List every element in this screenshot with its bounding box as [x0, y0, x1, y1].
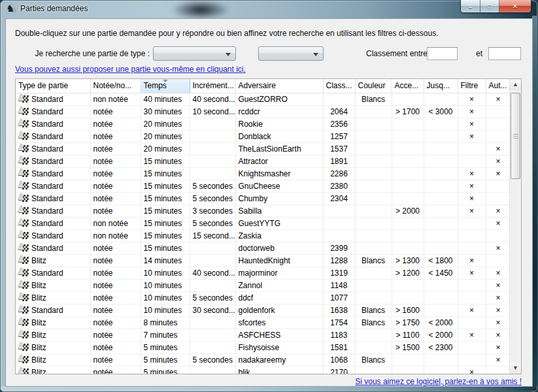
cell-1: notée — [90, 167, 141, 180]
cell-6 — [355, 130, 392, 142]
cell-3 — [190, 167, 235, 180]
column-header-6[interactable]: Couleur — [355, 79, 392, 93]
table-row[interactable]: ♟Standardnon notée15 minutes5 secondesGu… — [16, 217, 511, 229]
game-subtype-select[interactable] — [258, 46, 324, 61]
scrollbar-thumb[interactable] — [511, 93, 520, 179]
cell-10: × — [486, 242, 511, 254]
chess-pawn-board-icon: ♟ — [18, 280, 29, 290]
cell-3 — [190, 279, 235, 291]
cell-5: 1288 — [323, 254, 355, 267]
cell-5: 1537 — [323, 142, 355, 155]
column-header-0[interactable]: Type de partie — [16, 79, 90, 93]
table-row[interactable]: ♟Blitznotée14 minutesHauntedKnight1288Bl… — [16, 254, 511, 267]
cell-10: × — [486, 142, 511, 155]
table-row[interactable]: ♟Blitznotée5 minutesblik2170× — [16, 366, 511, 374]
cell-9 — [458, 242, 486, 254]
cell-6 — [355, 105, 392, 118]
cell-6 — [355, 341, 392, 353]
cell-8 — [424, 204, 458, 217]
cell-3: 3 secondes — [190, 204, 235, 217]
table-row[interactable]: ♟Standardnotée20 minutesDonblack1257× — [16, 130, 511, 142]
table-row[interactable]: ♟Blitznotée8 minutessfcortes1754Blancs> … — [16, 316, 511, 329]
cell-2: 10 minutes — [141, 304, 190, 316]
table-row[interactable]: ♟Blitznotée10 minutes5 secondesddcf1077× — [16, 291, 511, 304]
cell-1: notée — [90, 291, 141, 304]
column-header-2[interactable]: Temps — [141, 79, 190, 93]
table-row[interactable]: ♟Blitznotée5 minutes5 secondesnadakareem… — [16, 353, 511, 366]
cell-game-type: ♟Standard — [16, 267, 90, 279]
table-row[interactable]: ♟Standardnon notée40 minutes40 second...… — [16, 93, 511, 105]
cell-game-type: ♟Blitz — [16, 279, 90, 291]
column-header-10[interactable]: Aut... — [486, 79, 511, 93]
cell-8 — [424, 304, 458, 316]
column-header-5[interactable]: Class... — [323, 79, 355, 93]
cell-10: × — [486, 267, 511, 279]
table-row[interactable]: ♟Standardnotée15 minutesAttractor1891× — [16, 155, 511, 167]
maximize-button[interactable]: □ — [480, 0, 499, 12]
scroll-down-icon: ▼ — [513, 365, 518, 371]
vertical-scrollbar[interactable]: ▲ ▼ — [509, 79, 521, 374]
table-row[interactable]: ♟Blitznotée7 minutesASFCHESS1183> 1100< … — [16, 329, 511, 341]
table-row[interactable]: ♟Standardnotée15 minutesKnightsmasher228… — [16, 167, 511, 180]
table-row[interactable]: ♟Standardnotée10 minutes40 second...majo… — [16, 267, 511, 279]
cell-9: × — [458, 304, 486, 316]
scroll-up-button[interactable]: ▲ — [510, 79, 521, 90]
cell-3: 40 second... — [190, 267, 235, 279]
scroll-down-button[interactable]: ▼ — [510, 363, 521, 374]
close-button[interactable]: ✕ — [499, 0, 531, 12]
cell-1: notée — [90, 155, 141, 167]
column-header-9[interactable]: Filtre — [458, 79, 486, 93]
chess-pawn-board-icon: ♟ — [18, 268, 29, 278]
column-header-label: Jusq... — [427, 81, 450, 90]
column-header-7[interactable]: Acce... — [392, 79, 424, 93]
table-row[interactable]: ♟Standardnotée20 minutesTheLastSionEarth… — [16, 142, 511, 155]
cell-1: notée — [90, 192, 141, 204]
table-row[interactable]: ♟Blitznotée5 minutesFishysoisse1581> 150… — [16, 341, 511, 353]
table-row[interactable]: ♟Blitznotée10 minutesZannol1148× — [16, 279, 511, 291]
cell-4: rcddcr — [235, 105, 323, 118]
pawn-glyph: ♟ — [17, 304, 25, 314]
table-row[interactable]: ♟Standardnon notée15 minutes15 second...… — [16, 229, 511, 242]
cell-4: Donblack — [235, 130, 323, 142]
rating-min-input[interactable] — [427, 47, 458, 60]
cell-8 — [424, 279, 458, 291]
cell-6 — [355, 204, 392, 217]
cell-10 — [486, 254, 511, 267]
table-row[interactable]: ♟Standardnotée15 minutes5 secondesGnuChe… — [16, 180, 511, 192]
column-header-3[interactable]: Incrément... — [190, 79, 235, 93]
table-row[interactable]: ♟Standardnotée15 minutes5 secondesChumby… — [16, 192, 511, 204]
cell-10: × — [486, 304, 511, 316]
cell-1: notée — [90, 142, 141, 155]
cell-10 — [486, 180, 511, 192]
cell-game-type: ♟Blitz — [16, 316, 90, 329]
minimize-button[interactable]: – — [461, 0, 480, 12]
table-row[interactable]: ♟Standardnotée15 minutes3 secondesSabill… — [16, 204, 511, 217]
table-row[interactable]: ♟Standardnotée30 minutes10 second...rcdd… — [16, 105, 511, 118]
cell-9: × — [458, 118, 486, 130]
column-header-4[interactable]: Adversaire — [235, 79, 323, 93]
cell-game-type: ♟Blitz — [16, 341, 90, 353]
column-header-1[interactable]: Notée/no... — [90, 79, 141, 93]
cell-8 — [424, 217, 458, 229]
pawn-glyph: ♟ — [17, 130, 25, 140]
cell-6 — [355, 329, 392, 341]
table-row[interactable]: ♟Standardnotée15 minutesdoctorweb2399× — [16, 242, 511, 254]
cell-9 — [458, 341, 486, 353]
table-row[interactable]: ♟Standardnotée20 minutesRookie2356× — [16, 118, 511, 130]
scroll-up-icon: ▲ — [513, 81, 518, 88]
cell-game-type: ♟Standard — [16, 118, 90, 130]
pawn-glyph: ♟ — [17, 229, 25, 239]
cell-game-type: ♟Standard — [16, 93, 90, 105]
cell-8 — [424, 180, 458, 192]
cell-2: 15 minutes — [141, 204, 190, 217]
table-row[interactable]: ♟Standardnotée10 minutes30 second...gold… — [16, 304, 511, 316]
pawn-glyph: ♟ — [17, 254, 25, 264]
cell-4: Fishysoisse — [235, 341, 323, 353]
propose-game-link[interactable]: Vous pouvez aussi proposer une partie vo… — [15, 65, 246, 74]
column-header-8[interactable]: Jusq... — [424, 79, 458, 93]
rating-max-input[interactable] — [488, 47, 521, 60]
game-type-select[interactable] — [153, 46, 236, 61]
titlebar[interactable]: ♞ ♘ Parties demandées – □ ✕ — [0, 0, 538, 18]
share-app-link[interactable]: Si vous aimez ce logiciel, parlez-en à v… — [355, 377, 522, 386]
cell-1: notée — [90, 353, 141, 366]
